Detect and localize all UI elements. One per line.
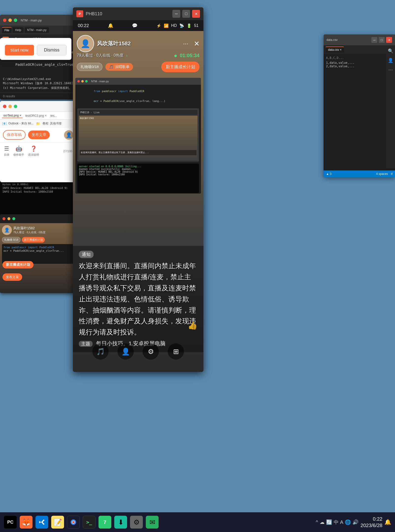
toc-label: 目录 xyxy=(4,153,9,157)
mini-growth-button[interactable]: 新主播成长计划 xyxy=(22,237,45,243)
ide-tab-file[interactable]: NTM - main.py xyxy=(25,27,49,33)
blog-toolbar: 保存草稿 发布文章 👤 xyxy=(0,128,76,142)
popup-start-now: start now Dismiss xyxy=(0,38,71,60)
phb-minimize-button[interactable]: ─ xyxy=(172,10,180,18)
ide-max-dot[interactable] xyxy=(14,18,17,22)
taskbar-clock[interactable]: 0:22 2023/6/28 xyxy=(361,516,382,529)
taskbar-mail-icon[interactable]: ✉ xyxy=(146,516,159,529)
mini-max-dot[interactable] xyxy=(12,217,15,220)
streamer-close-button[interactable]: ✕ xyxy=(194,40,199,48)
spaces-label: 4 spaces xyxy=(376,172,388,176)
mini-streamer-name: 风吹落叶1582 xyxy=(13,226,46,231)
vscode-minimize-button[interactable]: ─ xyxy=(371,37,377,43)
live-grid-icon[interactable]: ⊞ xyxy=(168,343,184,360)
notice-overlay: 通知 欢迎来到直播间。直播间内禁止未成年人打赏礼物或进行直播/连麦，禁止主播诱导… xyxy=(73,246,203,352)
tray-network-icon[interactable]: 🌐 xyxy=(345,519,351,525)
growth-plan-label[interactable]: 新主播成长计划 xyxy=(2,261,33,268)
tray-cloud-icon[interactable]: ☁ xyxy=(320,519,325,525)
vscode-csv-body[interactable]: A,B,C,D... 1,data,value,... 2,data,value… xyxy=(324,54,395,169)
taskbar-fox-icon[interactable]: 🦊 xyxy=(20,516,33,529)
clock-time: 0:22 xyxy=(361,516,382,522)
blog-window: ocrTest.png × testORC2.png × tes... 📧 Ou… xyxy=(0,101,76,182)
vscode-csv-tab[interactable]: data.csv × xyxy=(326,47,344,52)
notice-tag: 通知 xyxy=(79,251,94,258)
taskbar-jetbrains-icon[interactable]: PC xyxy=(4,516,17,529)
phb-app-icon: P xyxy=(76,10,83,17)
tray-expand-icon[interactable]: ^ xyxy=(316,519,318,525)
taskbar-calendar-icon[interactable]: 7 xyxy=(99,516,111,529)
ai-icon: 🤖 xyxy=(16,146,22,152)
tray-ime-icon[interactable]: 中 xyxy=(334,519,339,526)
bookmark-other[interactable]: 其他书签 xyxy=(50,121,62,126)
blog-max-dot[interactable] xyxy=(14,105,17,108)
growth-plan-badge: 新主播成长计划 xyxy=(2,261,33,268)
thumbs-up-icon[interactable]: 👍 xyxy=(188,321,198,330)
taskbar-terminal-icon[interactable]: >_ xyxy=(83,516,96,529)
blog-icon-grammar[interactable]: ❓ 语法说明 xyxy=(28,146,39,157)
mini-publish-button[interactable]: 发布文章 xyxy=(2,273,22,281)
taskbar-vscode-icon[interactable] xyxy=(35,516,48,529)
bookmark-tutorial[interactable]: 教程 xyxy=(43,121,49,126)
live-user-icon[interactable]: 👤 xyxy=(117,343,134,360)
phb-maximize-button[interactable]: □ xyxy=(182,10,190,18)
save-draft-button[interactable]: 保存草稿 xyxy=(3,130,26,140)
dismiss-button[interactable]: Dismiss xyxy=(37,45,66,55)
mini-code-area: from paddleocr import PaddleOCR ocr = Pa… xyxy=(2,244,74,264)
live-settings-icon[interactable]: ⚙ xyxy=(143,343,159,360)
timer-dot xyxy=(174,55,177,57)
nested-term-4: INFO Initial texture: 1000x2160 xyxy=(79,173,198,176)
more-sidebar-icon[interactable]: ⋯ xyxy=(387,66,394,73)
blog-close-dot[interactable] xyxy=(3,105,6,108)
search-sidebar-icon[interactable]: 🔍 xyxy=(387,47,394,55)
tray-volume-icon[interactable]: 🔊 xyxy=(352,519,359,525)
vscode-win-controls: ─ □ ✕ xyxy=(371,37,392,43)
nested-ide-title: NTM - main.py xyxy=(91,80,109,83)
blog-tab-2[interactable]: testORC2.png × xyxy=(24,114,48,118)
ide-tabs: File Help NTM - main.py xyxy=(0,26,76,34)
live-music-icon[interactable]: 🎵 xyxy=(92,343,109,360)
ide-min-dot[interactable] xyxy=(8,18,12,22)
nested-nested-window: PHB110 - Live 风吹落叶1582 欢迎来到直播间。禁止主播诱导观众私… xyxy=(77,108,199,162)
bookmark-outlook[interactable]: Outlook - 来自 Mi... xyxy=(8,121,33,126)
streamer-more-button[interactable]: ··· xyxy=(183,40,188,48)
csv-header: A,B,C,D... xyxy=(326,56,393,60)
user-sidebar-icon[interactable]: 👤 xyxy=(387,57,394,64)
blog-icon-ai[interactable]: 🤖 创作助手 xyxy=(13,146,24,157)
vscode-csv-tabs: data.csv × xyxy=(324,45,395,54)
ide-results: 0 results xyxy=(0,93,76,100)
ide-title: NTM - main.py xyxy=(21,18,42,22)
notification-center-icon[interactable]: 🔔 xyxy=(384,519,391,525)
taskbar-chrome-icon[interactable] xyxy=(67,516,80,529)
vscode-maximize-button[interactable]: □ xyxy=(379,37,385,43)
taskbar-notepad-icon[interactable]: 📝 xyxy=(51,516,64,529)
gift-wall-button[interactable]: 礼物墙0/18 xyxy=(77,63,102,71)
ide-close-dot[interactable] xyxy=(3,18,6,22)
mini-gift-wall-button[interactable]: 礼物墙 0/18 xyxy=(2,237,20,243)
blog-min-dot[interactable] xyxy=(8,105,12,108)
blog-tab-3[interactable]: tes... xyxy=(49,114,58,118)
grammar-label: 语法说明 xyxy=(28,153,39,157)
taskbar-downloader-icon[interactable]: ⬇ xyxy=(114,516,127,529)
phb-close-button[interactable]: ✕ xyxy=(192,10,200,18)
publish-button[interactable]: 发布文章 xyxy=(28,131,50,139)
blog-icon-toc[interactable]: ☰ 目录 xyxy=(4,146,9,157)
growth-plan-button[interactable]: 新主播成长计划 xyxy=(161,62,199,72)
start-now-button[interactable]: start now xyxy=(5,45,34,55)
taskbar-settings-icon[interactable]: ⚙ xyxy=(130,516,143,529)
streamer-avatar[interactable]: 👤 xyxy=(77,35,94,52)
mini-close-dot[interactable] xyxy=(2,217,5,220)
ide-tab-main[interactable]: File xyxy=(2,27,12,33)
tray-sync-icon[interactable]: 🔄 xyxy=(326,519,332,525)
setlist-button[interactable]: 🎵 演唱歌单 xyxy=(105,63,133,71)
nested-ide-content: from paddleocr import PaddleOCR ocr = Pa… xyxy=(75,85,201,194)
nested-term-1: server started on 0.0.0.0:8080 (killing.… xyxy=(79,165,198,168)
term-line-device: INFO Device: HUAWEI BEL-AL20 (Android 9) xyxy=(2,186,74,190)
tray-translate-icon[interactable]: A xyxy=(340,519,343,525)
ide-tab-help[interactable]: Help xyxy=(13,27,24,33)
nested-nested-notice: 欢迎来到直播间。禁止主播诱导观众私下交易，直播及连麦时禁止... xyxy=(80,150,197,155)
mini-min-dot[interactable] xyxy=(7,217,10,220)
mini-code-1: from paddleocr import PaddleOCR xyxy=(3,246,73,249)
mini-live-window: 👤 风吹落叶1582 79人看过 · 0人在线 · 0热度 礼物墙 0/18 新… xyxy=(0,214,76,293)
blog-tab-1[interactable]: ocrTest.png × xyxy=(2,113,23,118)
vscode-close-button[interactable]: ✕ xyxy=(386,37,392,43)
